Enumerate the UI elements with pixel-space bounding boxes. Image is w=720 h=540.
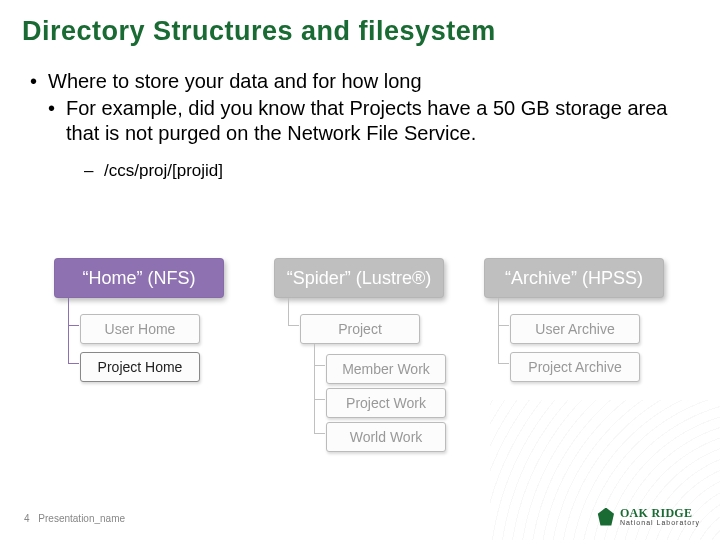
diagram-col-spider: “Spider” (Lustre®) Project Member Work P… <box>274 258 444 298</box>
bullet-text: For example, did you know that Projects … <box>66 96 690 146</box>
diagram-col-archive: “Archive” (HPSS) User Archive Project Ar… <box>484 258 684 298</box>
connector <box>498 298 499 364</box>
slide-title: Directory Structures and filesystem <box>0 0 720 47</box>
bullet-level1: Where to store your data and for how lon… <box>30 69 690 94</box>
diagram-node-user-archive: User Archive <box>510 314 640 344</box>
connector <box>314 344 315 434</box>
diagram-node-project-home: Project Home <box>80 352 200 382</box>
diagram-header-archive: “Archive” (HPSS) <box>484 258 664 298</box>
diagram-node-project: Project <box>300 314 420 344</box>
connector <box>288 298 289 326</box>
bullet-text: Where to store your data and for how lon… <box>48 69 422 94</box>
filesystem-diagram: “Home” (NFS) User Home Project Home “Spi… <box>54 258 684 478</box>
connector <box>68 298 69 364</box>
diagram-node-world-work: World Work <box>326 422 446 452</box>
bullet-dot <box>48 96 66 146</box>
dash-text: /ccs/proj/[projid] <box>104 160 223 181</box>
diagram-node-project-archive: Project Archive <box>510 352 640 382</box>
slide-footer: 4 Presentation_name <box>24 513 125 524</box>
oak-ridge-logo: OAK RIDGE National Laboratory <box>597 507 700 526</box>
page-number: 4 <box>24 513 30 524</box>
diagram-header-spider: “Spider” (Lustre®) <box>274 258 444 298</box>
bullet-dash: /ccs/proj/[projid] <box>84 160 690 181</box>
logo-line2: National Laboratory <box>620 519 700 526</box>
presentation-name: Presentation_name <box>38 513 125 524</box>
bullet-level2: For example, did you know that Projects … <box>48 96 690 146</box>
leaf-icon <box>597 508 615 526</box>
diagram-header-home: “Home” (NFS) <box>54 258 224 298</box>
dash-mark <box>84 160 104 181</box>
logo-line1: OAK RIDGE <box>620 507 700 519</box>
logo-text: OAK RIDGE National Laboratory <box>620 507 700 526</box>
bullet-dot <box>30 69 48 94</box>
diagram-col-home: “Home” (NFS) User Home Project Home <box>54 258 224 298</box>
diagram-node-user-home: User Home <box>80 314 200 344</box>
bullet-list: Where to store your data and for how lon… <box>0 47 720 181</box>
diagram-node-member-work: Member Work <box>326 354 446 384</box>
diagram-node-project-work: Project Work <box>326 388 446 418</box>
